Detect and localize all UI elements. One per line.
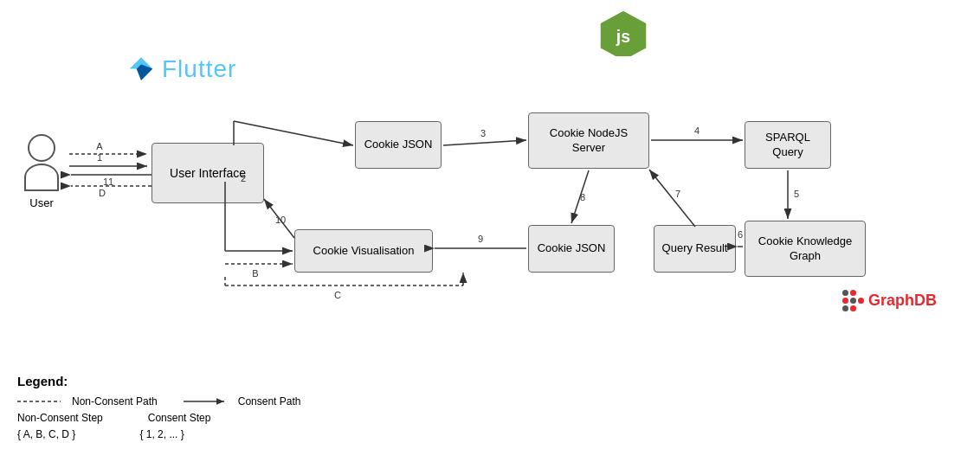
svg-text:6: 6 (738, 229, 743, 240)
graphdb-logo: GraphDB (842, 290, 937, 311)
legend-title: Legend: (17, 374, 300, 388)
graphdb-dot (842, 290, 848, 296)
cookie-json-top-box: Cookie JSON (355, 121, 442, 169)
svg-text:3: 3 (480, 128, 486, 138)
cookie-visualisation-box: Cookie Visualisation (294, 229, 433, 273)
legend-non-consent-path: Non-Consent Path (17, 395, 158, 407)
legend-consent-step-label: Consent Step (148, 412, 211, 424)
svg-line-36 (264, 199, 294, 238)
legend-consent-step: Consent Step (148, 412, 211, 424)
graphdb-dots (842, 290, 864, 311)
legend-row-3: { A, B, C, D } { 1, 2, ... } (17, 428, 300, 440)
graphdb-dot (842, 298, 848, 304)
cookie-nodejs-box: Cookie NodeJS Server (528, 112, 649, 169)
user-head (28, 134, 55, 162)
diagram-container: User Flutter js (0, 0, 980, 363)
svg-line-30 (649, 170, 695, 227)
svg-text:D: D (99, 188, 106, 198)
legend-consent-path: Consent Path (184, 395, 301, 407)
legend-row-2: Non-Consent Step Consent Step (17, 412, 300, 424)
svg-text:B: B (252, 268, 258, 279)
svg-text:C: C (334, 290, 341, 300)
flutter-icon (126, 52, 157, 87)
sparql-query-box: SPARQL Query (745, 121, 831, 169)
user-body (24, 164, 59, 191)
cookie-json-bottom-box: Cookie JSON (528, 225, 615, 273)
graphdb-dot (842, 305, 848, 311)
svg-text:8: 8 (580, 192, 585, 202)
legend-non-consent-step: Non-Consent Step (17, 412, 103, 424)
legend: Legend: Non-Consent Path Consent Path No… (17, 374, 300, 445)
svg-text:A: A (96, 141, 103, 151)
svg-text:9: 9 (478, 234, 483, 244)
legend-row-1: Non-Consent Path Consent Path (17, 395, 300, 407)
svg-line-22 (443, 140, 526, 145)
svg-text:10: 10 (275, 215, 286, 225)
svg-text:7: 7 (675, 189, 680, 199)
svg-text:11: 11 (103, 176, 113, 187)
flutter-logo: Flutter (126, 52, 236, 87)
svg-line-20 (234, 121, 353, 145)
user-interface-box: User Interface (152, 143, 264, 203)
legend-dashed-line-icon (17, 395, 65, 407)
legend-consent-step-values: { 1, 2, ... } (139, 428, 184, 440)
legend-non-consent-path-label: Non-Consent Path (72, 395, 158, 407)
svg-text:1: 1 (97, 152, 102, 163)
nodejs-logo: js (597, 9, 649, 56)
nodejs-icon: js (597, 9, 649, 56)
graphdb-text: GraphDB (868, 292, 937, 310)
legend-ncs-values: { A, B, C, D } (17, 428, 75, 440)
legend-cs-values: { 1, 2, ... } (139, 428, 184, 440)
legend-consent-path-label: Consent Path (238, 395, 301, 407)
cookie-knowledge-graph-box: Cookie Knowledge Graph (745, 221, 866, 277)
svg-text:4: 4 (694, 125, 700, 136)
legend-non-consent-step-label: Non-Consent Step (17, 412, 103, 424)
graphdb-dot (850, 298, 856, 304)
graphdb-dot (850, 290, 856, 296)
svg-line-32 (571, 170, 589, 223)
graphdb-dot (850, 305, 856, 311)
legend-solid-line-icon (184, 395, 231, 407)
svg-text:js: js (616, 27, 630, 46)
graphdb-dot (858, 298, 864, 304)
svg-text:5: 5 (794, 189, 799, 199)
query-result-box: Query Result (654, 225, 736, 273)
user-figure: User (24, 134, 59, 209)
legend-non-consent-step-values: { A, B, C, D } (17, 428, 75, 440)
flutter-text: Flutter (162, 55, 236, 83)
user-label: User (29, 196, 53, 209)
